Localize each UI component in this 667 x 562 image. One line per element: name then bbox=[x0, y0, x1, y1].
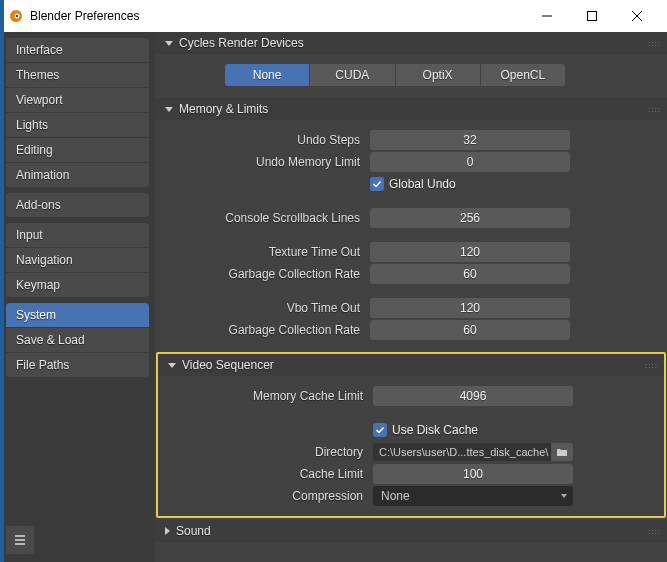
sidebar-item-lights[interactable]: Lights bbox=[6, 113, 149, 138]
section-cycles: Cycles Render Devices :::: NoneCUDAOptiX… bbox=[155, 32, 667, 96]
grip-icon: :::: bbox=[648, 39, 661, 48]
global-undo-label: Global Undo bbox=[389, 177, 456, 191]
sidebar-item-input[interactable]: Input bbox=[6, 223, 149, 248]
console-scrollback-label: Console Scrollback Lines bbox=[165, 211, 370, 225]
sidebar-item-navigation[interactable]: Navigation bbox=[6, 248, 149, 273]
sidebar-item-viewport[interactable]: Viewport bbox=[6, 88, 149, 113]
render-device-segmented: NoneCUDAOptiXOpenCL bbox=[225, 64, 565, 86]
sidebar-item-file-paths[interactable]: File Paths bbox=[6, 353, 149, 377]
undo-steps-label: Undo Steps bbox=[165, 133, 370, 147]
chevron-down-icon bbox=[165, 107, 173, 112]
sidebar: InterfaceThemesViewportLightsEditingAnim… bbox=[0, 32, 155, 562]
section-header-cycles[interactable]: Cycles Render Devices :::: bbox=[155, 32, 667, 54]
sidebar-item-keymap[interactable]: Keymap bbox=[6, 273, 149, 297]
sidebar-item-system[interactable]: System bbox=[6, 303, 149, 328]
directory-field[interactable]: C:\Users\user\D...ttes_disk_cache\ bbox=[373, 443, 551, 461]
render-device-optix[interactable]: OptiX bbox=[396, 64, 481, 86]
section-header-sound[interactable]: Sound :::: bbox=[155, 520, 667, 542]
cache-limit-label: Cache Limit bbox=[168, 467, 373, 481]
window-title: Blender Preferences bbox=[30, 9, 524, 23]
svg-rect-4 bbox=[587, 12, 596, 21]
texture-timeout-label: Texture Time Out bbox=[165, 245, 370, 259]
close-button[interactable] bbox=[614, 0, 659, 32]
section-video-sequencer: Video Sequencer :::: Memory Cache Limit4… bbox=[156, 352, 666, 518]
maximize-button[interactable] bbox=[569, 0, 614, 32]
console-scrollback-field[interactable]: 256 bbox=[370, 208, 570, 228]
section-memory: Memory & Limits :::: Undo Steps32 Undo M… bbox=[155, 98, 667, 350]
texture-timeout-field[interactable]: 120 bbox=[370, 242, 570, 262]
use-disk-cache-label: Use Disk Cache bbox=[392, 423, 478, 437]
undo-memory-field[interactable]: 0 bbox=[370, 152, 570, 172]
gc-rate-2-field[interactable]: 60 bbox=[370, 320, 570, 340]
global-undo-checkbox[interactable] bbox=[370, 177, 384, 191]
directory-label: Directory bbox=[168, 445, 373, 459]
compression-dropdown[interactable]: None bbox=[373, 486, 573, 506]
gc-rate-1-field[interactable]: 60 bbox=[370, 264, 570, 284]
blender-logo-icon bbox=[8, 8, 24, 24]
grip-icon: :::: bbox=[648, 105, 661, 114]
grip-icon: :::: bbox=[648, 527, 661, 536]
section-header-video[interactable]: Video Sequencer :::: bbox=[158, 354, 664, 376]
sidebar-item-add-ons[interactable]: Add-ons bbox=[6, 193, 149, 217]
vbo-timeout-field[interactable]: 120 bbox=[370, 298, 570, 318]
minimize-button[interactable] bbox=[524, 0, 569, 32]
browse-folder-button[interactable] bbox=[551, 443, 573, 461]
memory-cache-label: Memory Cache Limit bbox=[168, 389, 373, 403]
chevron-down-icon bbox=[168, 363, 176, 368]
section-sound: Sound :::: bbox=[155, 520, 667, 542]
section-title: Cycles Render Devices bbox=[179, 36, 304, 50]
undo-steps-field[interactable]: 32 bbox=[370, 130, 570, 150]
sidebar-item-animation[interactable]: Animation bbox=[6, 163, 149, 187]
titlebar: Blender Preferences bbox=[0, 0, 667, 32]
gc-rate-2-label: Garbage Collection Rate bbox=[165, 323, 370, 337]
sidebar-item-editing[interactable]: Editing bbox=[6, 138, 149, 163]
window-left-accent bbox=[0, 0, 4, 562]
gc-rate-1-label: Garbage Collection Rate bbox=[165, 267, 370, 281]
grip-icon: :::: bbox=[645, 361, 658, 370]
svg-point-2 bbox=[16, 15, 18, 17]
vbo-timeout-label: Vbo Time Out bbox=[165, 301, 370, 315]
cache-limit-field[interactable]: 100 bbox=[373, 464, 573, 484]
chevron-down-icon bbox=[165, 41, 173, 46]
section-title: Sound bbox=[176, 524, 211, 538]
memory-cache-field[interactable]: 4096 bbox=[373, 386, 573, 406]
sidebar-item-save-load[interactable]: Save & Load bbox=[6, 328, 149, 353]
undo-memory-label: Undo Memory Limit bbox=[165, 155, 370, 169]
section-title: Memory & Limits bbox=[179, 102, 268, 116]
hamburger-menu-button[interactable] bbox=[6, 526, 34, 554]
section-header-memory[interactable]: Memory & Limits :::: bbox=[155, 98, 667, 120]
main-panel: Cycles Render Devices :::: NoneCUDAOptiX… bbox=[155, 32, 667, 562]
render-device-none[interactable]: None bbox=[225, 64, 310, 86]
sidebar-item-interface[interactable]: Interface bbox=[6, 38, 149, 63]
render-device-cuda[interactable]: CUDA bbox=[310, 64, 395, 86]
render-device-opencl[interactable]: OpenCL bbox=[481, 64, 565, 86]
sidebar-item-themes[interactable]: Themes bbox=[6, 63, 149, 88]
section-title: Video Sequencer bbox=[182, 358, 274, 372]
use-disk-cache-checkbox[interactable] bbox=[373, 423, 387, 437]
chevron-right-icon bbox=[165, 527, 170, 535]
compression-label: Compression bbox=[168, 489, 373, 503]
